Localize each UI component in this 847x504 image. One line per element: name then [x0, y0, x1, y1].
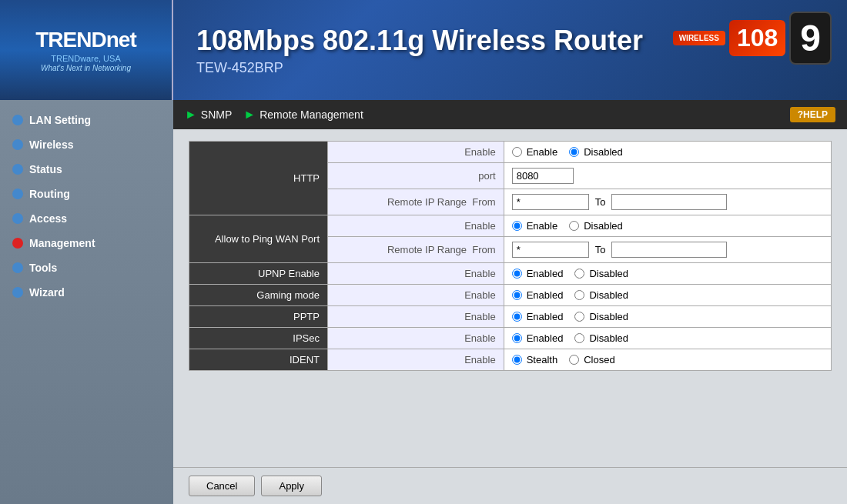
pptp-enabled-text: Enabled [527, 311, 564, 322]
nav-snmp[interactable]: ► SNMP [185, 108, 232, 122]
ipsec-enabled-label[interactable]: Enabled [512, 332, 564, 344]
ping-disabled-text: Disabled [584, 220, 623, 232]
upnp-value: Enabled Disabled [504, 263, 831, 285]
port-label: port [328, 163, 504, 189]
sidebar: LAN Setting Wireless Status Routing Acce… [0, 100, 173, 504]
logo-sub: TRENDware, USA [51, 54, 120, 63]
ipsec-label: IPSec [189, 328, 328, 349]
sidebar-dot-management [12, 238, 23, 249]
pptp-enable-label: Enable [328, 306, 504, 328]
pptp-disabled-label[interactable]: Disabled [574, 311, 628, 322]
ipsec-enabled-radio[interactable] [512, 333, 522, 343]
ipsec-disabled-label[interactable]: Disabled [574, 332, 628, 344]
nav-remote-management[interactable]: ► Remote Management [243, 108, 363, 122]
gaming-disabled-radio[interactable] [574, 290, 584, 300]
ping-disabled-radio-label[interactable]: Disabled [569, 220, 623, 232]
ping-remote-ip-fields: To [504, 237, 831, 263]
ipsec-disabled-radio[interactable] [574, 333, 584, 343]
ipsec-value: Enabled Disabled [504, 328, 831, 349]
wireless-badge: WIRELESS [673, 31, 725, 45]
ident-closed-label[interactable]: Closed [569, 354, 614, 365]
upnp-disabled-radio[interactable] [574, 269, 584, 279]
ping-remote-ip-label: Remote IP Range From [328, 237, 504, 263]
upnp-label: UPNP Enable [189, 263, 328, 285]
ident-closed-radio[interactable] [569, 355, 579, 365]
http-enable-row: HTTP Enable Enable Disabled [189, 142, 832, 163]
gaming-enabled-radio[interactable] [512, 290, 522, 300]
ping-remote-label-text: Remote IP Range [387, 244, 467, 255]
ping-enable-radio[interactable] [512, 221, 522, 231]
nav-arrow-1: ► [185, 108, 197, 122]
http-disabled-radio-label[interactable]: Disabled [569, 146, 623, 158]
sidebar-item-wireless[interactable]: Wireless [0, 132, 173, 157]
logo-area: TRENDnet TRENDware, USA What's Next in N… [0, 0, 173, 100]
remote-ip-from-label: From [472, 196, 495, 208]
ident-radio-group: Stealth Closed [512, 354, 823, 365]
sidebar-dot-routing [12, 189, 23, 199]
ping-from-input[interactable] [512, 242, 589, 258]
ident-stealth-radio[interactable] [512, 355, 522, 365]
http-from-input[interactable] [512, 194, 589, 210]
logo-brand: TRENDnet [35, 28, 136, 52]
ping-disabled-radio[interactable] [569, 221, 579, 231]
upnp-enabled-radio[interactable] [512, 269, 522, 279]
sidebar-label-wizard: Wizard [29, 286, 65, 299]
sidebar-label-routing: Routing [29, 188, 70, 200]
upnp-enabled-label[interactable]: Enabled [512, 268, 564, 279]
http-enable-radio[interactable] [512, 147, 522, 157]
sidebar-item-routing[interactable]: Routing [0, 182, 173, 206]
ipsec-row: IPSec Enable Enabled Disabled [189, 328, 832, 349]
main-content: ► SNMP ► Remote Management ?HELP HTTP En… [173, 100, 847, 504]
http-section-label: HTTP [189, 142, 328, 215]
pptp-enabled-label[interactable]: Enabled [512, 311, 564, 322]
ident-value: Stealth Closed [504, 349, 831, 371]
remote-ip-label-text: Remote IP Range [387, 196, 467, 208]
ping-wan-label: Allow to Ping WAN Port [189, 215, 328, 263]
ping-to-input[interactable] [611, 242, 727, 258]
pptp-row: PPTP Enable Enabled Disabled [189, 306, 832, 328]
help-button[interactable]: ?HELP [790, 107, 835, 122]
ping-enable-text: Enable [527, 220, 557, 232]
pptp-disabled-radio[interactable] [574, 312, 584, 322]
button-area: Cancel Apply [173, 467, 847, 504]
http-range-fields: To [512, 194, 823, 210]
sidebar-item-management[interactable]: Management [0, 231, 173, 255]
layout: LAN Setting Wireless Status Routing Acce… [0, 100, 847, 504]
sidebar-dot-status [12, 164, 23, 175]
ping-enable-group: Enable Disabled [512, 220, 823, 232]
ident-closed-text: Closed [584, 354, 614, 365]
sidebar-item-lan-setting[interactable]: LAN Setting [0, 108, 173, 132]
http-remote-ip-fields: To [504, 189, 831, 215]
ping-enable-radio-label[interactable]: Enable [512, 220, 557, 232]
sidebar-item-wizard[interactable]: Wizard [0, 280, 173, 305]
upnp-disabled-label[interactable]: Disabled [574, 268, 628, 279]
gaming-label: Gaming mode [189, 285, 328, 306]
apply-button[interactable]: Apply [261, 476, 322, 496]
pptp-enabled-radio[interactable] [512, 312, 522, 322]
http-to-input[interactable] [611, 194, 727, 210]
http-enable-radio-label[interactable]: Enable [512, 146, 557, 158]
sidebar-label-wireless: Wireless [29, 139, 73, 151]
pptp-disabled-text: Disabled [589, 311, 628, 322]
nav-remote-label: Remote Management [259, 108, 363, 121]
sidebar-item-access[interactable]: Access [0, 206, 173, 231]
remote-ip-range-label: Remote IP Range From [328, 189, 504, 215]
cancel-button[interactable]: Cancel [189, 476, 255, 496]
ident-stealth-label[interactable]: Stealth [512, 354, 557, 365]
gaming-enabled-text: Enabled [527, 289, 564, 301]
port-input[interactable] [512, 168, 574, 184]
ipsec-disabled-text: Disabled [589, 332, 628, 344]
gaming-enabled-label[interactable]: Enabled [512, 289, 564, 301]
sidebar-label-status: Status [29, 163, 62, 175]
http-disabled-radio[interactable] [569, 147, 579, 157]
ident-enable-label: Enable [328, 349, 504, 371]
http-enable-value: Enable Disabled [504, 142, 831, 163]
ident-row: IDENT Enable Stealth Closed [189, 349, 832, 371]
ping-enable-row: Allow to Ping WAN Port Enable Enable Dis… [189, 215, 832, 237]
badge-108: 108 [729, 20, 785, 56]
gaming-enable-label: Enable [328, 285, 504, 306]
nav-snmp-label: SNMP [201, 108, 232, 121]
sidebar-item-tools[interactable]: Tools [0, 255, 173, 280]
sidebar-item-status[interactable]: Status [0, 157, 173, 182]
gaming-disabled-label[interactable]: Disabled [574, 289, 628, 301]
